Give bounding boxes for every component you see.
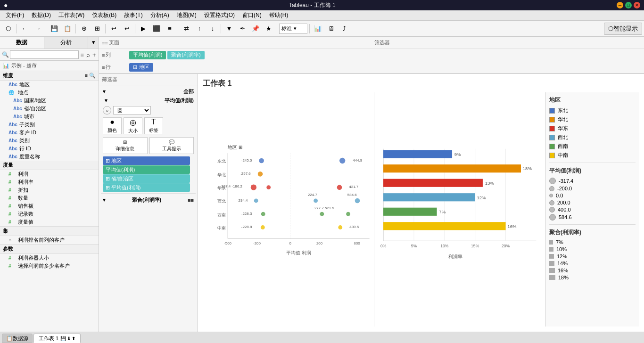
- present-button[interactable]: 🖥: [325, 23, 337, 35]
- dot-huadong-neg2[interactable]: [266, 185, 271, 189]
- marks-detail-button[interactable]: ⊞ 详细信息: [103, 137, 148, 154]
- menu-help[interactable]: 帮助(H): [265, 10, 292, 20]
- run-button[interactable]: ▶: [137, 23, 149, 35]
- marks-pill-avg-profit[interactable]: 平均值(利润): [103, 165, 190, 174]
- search-filter-button[interactable]: ⌕: [86, 50, 91, 59]
- marks-pill-region[interactable]: ⊞ 地区: [103, 156, 190, 165]
- columns-pill-agg-profit-rate[interactable]: 聚合(利润率): [167, 51, 204, 59]
- share-button[interactable]: ⤴: [338, 23, 350, 35]
- menu-map[interactable]: 地图(M): [173, 10, 200, 20]
- bar-xinan[interactable]: [383, 208, 437, 216]
- tab-analysis[interactable]: 分析: [44, 37, 89, 49]
- minimize-button[interactable]: ─: [617, 2, 623, 8]
- undo2-button[interactable]: ↩: [121, 23, 133, 35]
- field-quantity[interactable]: # 数量: [0, 194, 99, 202]
- bar-dongbei[interactable]: [383, 150, 452, 158]
- mark-type-dropdown[interactable]: 标准 ▾: [279, 24, 307, 34]
- tooltip-button[interactable]: 📊: [312, 23, 324, 35]
- bar-huadong[interactable]: [383, 179, 483, 187]
- field-subcategory[interactable]: Abc 子类别: [0, 121, 99, 129]
- dot-zhongnan-neg[interactable]: [261, 225, 265, 229]
- dot-xinan-mid[interactable]: [320, 212, 324, 216]
- menu-file[interactable]: 文件(F): [2, 10, 28, 20]
- add-datasource-button[interactable]: ⊞: [91, 23, 103, 35]
- highlight-button[interactable]: ✒: [236, 23, 248, 35]
- field-set-profit[interactable]: ○ 利润排名前列的客户: [0, 236, 99, 244]
- list-view-button[interactable]: ≡: [80, 50, 85, 59]
- dot-huadong-neg1[interactable]: [251, 184, 256, 190]
- new-field-button[interactable]: +: [91, 50, 97, 59]
- param-top-customers[interactable]: # 选择利润前多少名客户: [0, 262, 99, 270]
- sort-asc-button[interactable]: ↑: [193, 23, 206, 35]
- tableau-logo-btn[interactable]: ⬡: [2, 23, 14, 35]
- new-datasource-button[interactable]: ⊕: [78, 23, 90, 35]
- dot-zhongnan-pos[interactable]: [338, 225, 342, 229]
- dot-xinan-neg[interactable]: [261, 212, 265, 216]
- dot-dongbei-neg[interactable]: [259, 158, 264, 163]
- field-region[interactable]: Abc 地区: [0, 81, 99, 89]
- marks-pill-avg-profit2[interactable]: ⊞ 平均值(利润): [103, 183, 190, 192]
- field-location[interactable]: 🌐 地点: [0, 89, 99, 97]
- field-profit[interactable]: # 利润: [0, 170, 99, 178]
- field-customer-id[interactable]: Abc 客户 ID: [0, 129, 99, 137]
- pin-button[interactable]: 📌: [249, 23, 262, 35]
- field-measure-names[interactable]: Abc 度量名称: [0, 153, 99, 161]
- field-row-id[interactable]: Abc 行 ID: [0, 145, 99, 153]
- menu-dashboard[interactable]: 仪表板(B): [88, 10, 120, 20]
- worksheet-tab-1[interactable]: 工作表 1 💾 ⬇ ⬆: [33, 334, 81, 343]
- run2-button[interactable]: ⬛: [150, 23, 163, 35]
- bar-huabei[interactable]: [383, 164, 521, 172]
- datasource-tab[interactable]: 📋 数据源: [2, 334, 33, 343]
- field-category[interactable]: Abc 类别: [0, 137, 99, 145]
- bar-zhongnan[interactable]: [383, 222, 505, 230]
- marks-size-button[interactable]: ◎ 大小: [124, 117, 142, 134]
- marks-type-dropdown[interactable]: 圆 条形图 线条: [113, 106, 151, 114]
- star-button[interactable]: ★: [263, 23, 275, 35]
- field-country[interactable]: Abc 国家/地区: [0, 97, 99, 105]
- dot-xibei-pos[interactable]: [355, 198, 360, 204]
- dot-dongbei-pos[interactable]: [339, 158, 345, 163]
- field-discount[interactable]: # 折扣: [0, 186, 99, 194]
- dot-xibei-neg[interactable]: [254, 199, 258, 203]
- close-button[interactable]: ✕: [634, 2, 640, 8]
- columns-pill-avg-profit[interactable]: 平均值(利润): [129, 51, 166, 59]
- bar-xibei[interactable]: [383, 193, 475, 201]
- panel-settings-button[interactable]: ▾: [88, 37, 99, 47]
- rows-pill-region[interactable]: ⊞ 地区: [129, 63, 153, 72]
- dot-xinan-pos[interactable]: [346, 212, 350, 216]
- back-button[interactable]: ←: [18, 23, 31, 35]
- field-city[interactable]: Abc 城市: [0, 113, 99, 121]
- field-measure-values[interactable]: # 度量值: [0, 218, 99, 226]
- menu-analysis[interactable]: 分析(A): [147, 10, 173, 20]
- marks-pill-province[interactable]: ⊞ 省/自治区: [103, 174, 190, 183]
- tab-data[interactable]: 数据: [0, 37, 44, 49]
- save-as-button[interactable]: 📋: [61, 23, 74, 35]
- run3-button[interactable]: ≡: [164, 23, 176, 35]
- search-input[interactable]: [10, 50, 79, 59]
- field-profit-rate[interactable]: # 利润率: [0, 178, 99, 186]
- menu-window[interactable]: 窗口(N): [239, 10, 265, 20]
- field-province[interactable]: Abc 省/自治区: [0, 105, 99, 113]
- field-record-count[interactable]: # 记录数: [0, 210, 99, 218]
- marks-color-button[interactable]: ● 颜色: [103, 117, 122, 134]
- field-label: 度量值: [18, 219, 33, 226]
- dot-huabei-neg[interactable]: [258, 172, 263, 177]
- dot-huadong-pos[interactable]: [337, 185, 342, 190]
- forward-button[interactable]: →: [32, 23, 44, 35]
- smart-display-button[interactable]: ⬡ 智能显示: [604, 23, 642, 35]
- menu-data[interactable]: 数据(D): [28, 10, 55, 20]
- maximize-button[interactable]: □: [625, 2, 632, 8]
- menu-story[interactable]: 故事(T): [120, 10, 146, 20]
- param-profit-bin[interactable]: # 利润容器大小: [0, 254, 99, 262]
- save-button[interactable]: 💾: [48, 23, 60, 35]
- swap-button[interactable]: ⇄: [180, 23, 192, 35]
- menu-worksheet[interactable]: 工作表(W): [55, 10, 88, 20]
- menu-format[interactable]: 设置格式(O): [200, 10, 239, 20]
- undo-button[interactable]: ↩: [107, 23, 120, 35]
- sort-desc-button[interactable]: ↓: [206, 23, 219, 35]
- marks-label-button[interactable]: T 标签: [144, 117, 163, 134]
- marks-tooltip-button[interactable]: 💬 工具提示: [149, 137, 194, 154]
- dot-xibei-mid[interactable]: [314, 199, 318, 203]
- field-sales[interactable]: # 销售额: [0, 202, 99, 210]
- filter-button[interactable]: ▼: [223, 23, 235, 35]
